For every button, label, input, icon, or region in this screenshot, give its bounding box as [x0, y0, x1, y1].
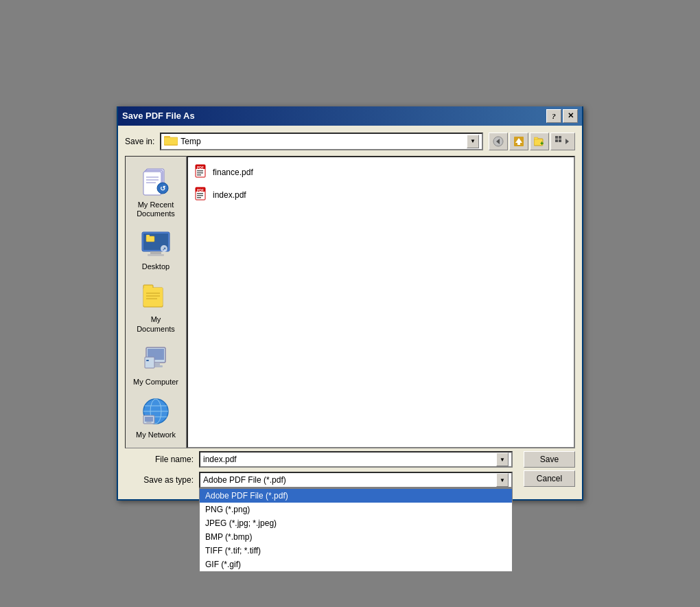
svg-rect-12 — [559, 136, 561, 139]
save-in-label: Save in: — [125, 137, 154, 146]
sidebar-item-network-label: My Network — [136, 431, 176, 439]
svg-text:↺: ↺ — [160, 185, 166, 192]
svg-rect-56 — [197, 172, 203, 174]
file-name-index: index.pdf — [213, 190, 246, 200]
sidebar-item-recent-label: My RecentDocuments — [137, 201, 175, 218]
svg-rect-61 — [197, 193, 203, 194]
sidebar-item-network[interactable]: My Network — [128, 392, 183, 442]
sidebar: ↺ My RecentDocuments — [125, 156, 187, 448]
views-button[interactable] — [550, 133, 575, 150]
save-in-value: Temp — [180, 137, 464, 146]
svg-marker-15 — [565, 139, 569, 144]
svg-rect-2 — [164, 137, 178, 145]
save-in-row: Save in: Temp ▼ — [125, 133, 575, 150]
filename-input-wrap: ▼ — [199, 451, 513, 468]
save-in-arrow[interactable]: ▼ — [467, 135, 479, 148]
filetype-input-wrap[interactable]: Adobe PDF File (*.pdf) ▼ — [199, 472, 513, 488]
save-button[interactable]: Save — [524, 451, 575, 468]
filetype-dropdown-popup: Adobe PDF File (*.pdf) PNG (*.png) JPEG … — [199, 488, 513, 572]
save-in-dropdown[interactable]: Temp ▼ — [160, 133, 483, 150]
svg-text:+: + — [540, 140, 544, 147]
file-item-index[interactable]: PDF index.pdf — [194, 185, 568, 205]
my-computer-icon — [139, 342, 172, 375]
sidebar-item-desktop-label: Desktop — [142, 262, 170, 271]
filename-input[interactable] — [203, 455, 496, 464]
action-buttons: Save Cancel — [518, 451, 575, 487]
dropdown-option-bmp[interactable]: BMP (*.bmp) — [200, 530, 512, 544]
svg-rect-62 — [197, 195, 203, 196]
main-area: ↺ My RecentDocuments — [125, 156, 575, 448]
svg-rect-51 — [146, 422, 152, 423]
toolbar-buttons: + — [489, 133, 575, 150]
pdf-icon-index: PDF — [195, 187, 209, 204]
dropdown-option-tiff[interactable]: TIFF (*.tif; *.tiff) — [200, 544, 512, 558]
sidebar-item-desktop[interactable]: ↗ Desktop — [128, 224, 183, 274]
sidebar-item-computer[interactable]: My Computer — [128, 339, 183, 389]
svg-text:PDF: PDF — [197, 188, 204, 192]
svg-text:↗: ↗ — [162, 247, 166, 251]
svg-rect-29 — [146, 235, 150, 237]
svg-rect-13 — [555, 139, 558, 142]
views-icon — [555, 136, 570, 147]
back-button[interactable] — [489, 133, 508, 150]
svg-rect-14 — [559, 139, 561, 142]
sidebar-item-computer-label: My Computer — [133, 378, 178, 387]
new-folder-button[interactable]: + — [530, 133, 549, 150]
svg-rect-11 — [555, 136, 558, 139]
sidebar-item-documents[interactable]: My Documents — [128, 277, 183, 336]
recent-docs-icon: ↺ — [139, 165, 172, 198]
svg-rect-28 — [146, 236, 154, 242]
svg-rect-57 — [197, 174, 201, 176]
svg-rect-27 — [148, 254, 164, 256]
filename-row: File name: ▼ — [125, 451, 513, 468]
my-documents-icon — [139, 279, 172, 312]
pdf-icon-finance: PDF — [195, 164, 209, 181]
dialog-title: Save PDF File As — [122, 111, 195, 121]
svg-rect-55 — [197, 170, 203, 172]
filetype-label: Save as type: — [125, 475, 194, 485]
svg-rect-7 — [517, 143, 520, 145]
help-button[interactable]: ? — [546, 109, 561, 123]
save-pdf-dialog: Save PDF File As ? ✕ Save in: Temp ▼ — [117, 106, 583, 501]
close-button[interactable]: ✕ — [563, 109, 578, 123]
filetype-dropdown-btn[interactable]: ▼ — [496, 473, 509, 487]
sidebar-item-documents-label: My Documents — [131, 315, 180, 333]
svg-rect-63 — [197, 197, 201, 198]
dropdown-option-pdf[interactable]: Adobe PDF File (*.pdf) — [200, 489, 512, 503]
dialog-content: Save in: Temp ▼ — [118, 126, 582, 499]
dropdown-option-gif[interactable]: GIF (*.gif) — [200, 558, 512, 571]
svg-text:PDF: PDF — [197, 165, 204, 170]
up-button[interactable] — [509, 133, 528, 150]
title-bar-buttons: ? ✕ — [546, 109, 578, 123]
svg-rect-50 — [145, 417, 153, 422]
filetype-row: Save as type: Adobe PDF File (*.pdf) ▼ A… — [125, 472, 513, 488]
back-icon — [493, 136, 504, 147]
my-network-icon — [139, 395, 172, 428]
svg-rect-42 — [145, 357, 154, 368]
svg-rect-34 — [143, 288, 163, 306]
file-area: PDF finance.pdf PDF — [187, 156, 575, 448]
svg-rect-43 — [146, 360, 149, 361]
filename-dropdown-btn[interactable]: ▼ — [496, 453, 509, 466]
filetype-value: Adobe PDF File (*.pdf) — [203, 475, 496, 485]
bottom-form-area: File name: ▼ Save as type: Adobe PDF Fil… — [125, 448, 575, 492]
form-fields: File name: ▼ Save as type: Adobe PDF Fil… — [125, 451, 513, 492]
file-name-finance: finance.pdf — [213, 168, 253, 177]
filename-label: File name: — [125, 455, 194, 464]
desktop-icon: ↗ — [139, 227, 172, 260]
svg-rect-9 — [534, 137, 538, 139]
dropdown-option-png[interactable]: PNG (*.png) — [200, 503, 512, 516]
new-folder-icon: + — [534, 136, 545, 147]
cancel-button[interactable]: Cancel — [524, 470, 575, 487]
title-bar: Save PDF File As ? ✕ — [118, 106, 582, 126]
folder-icon — [164, 135, 178, 148]
file-item-finance[interactable]: PDF finance.pdf — [194, 163, 568, 183]
up-icon — [513, 136, 524, 147]
dropdown-option-jpeg[interactable]: JPEG (*.jpg; *.jpeg) — [200, 516, 512, 530]
sidebar-item-recent[interactable]: ↺ My RecentDocuments — [128, 162, 183, 221]
svg-rect-26 — [150, 251, 161, 254]
